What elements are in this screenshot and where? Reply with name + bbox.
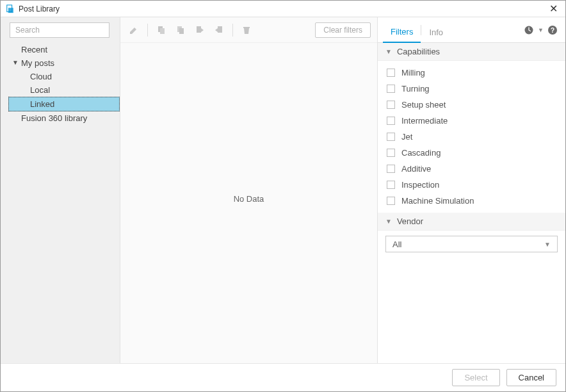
clear-filters-button[interactable]: Clear filters bbox=[315, 22, 371, 38]
svg-rect-5 bbox=[179, 28, 184, 34]
toolbar: Clear filters bbox=[120, 17, 377, 43]
capability-label: Inspection bbox=[401, 180, 439, 190]
vendor-title: Vendor bbox=[397, 216, 423, 226]
capability-label: Additive bbox=[401, 164, 431, 174]
tab-filters[interactable]: Filters bbox=[383, 20, 421, 43]
copy-icon[interactable] bbox=[154, 23, 168, 37]
no-data-message: No Data bbox=[120, 43, 377, 363]
checkbox[interactable] bbox=[387, 197, 395, 205]
cancel-button[interactable]: Cancel bbox=[506, 369, 556, 386]
capability-row-setup-sheet[interactable]: Setup sheet bbox=[378, 97, 565, 113]
tree-item-label: Cloud bbox=[30, 72, 52, 81]
vendor-selected: All bbox=[392, 240, 401, 249]
tree-item-my-posts[interactable]: ▼My posts bbox=[1, 56, 120, 70]
svg-text:?: ? bbox=[551, 27, 554, 34]
capability-row-cascading[interactable]: Cascading bbox=[378, 145, 565, 161]
capability-row-milling[interactable]: Milling bbox=[378, 65, 565, 81]
tree-item-label: Local bbox=[30, 85, 50, 95]
checkbox[interactable] bbox=[387, 149, 395, 157]
collapse-icon: ▼ bbox=[385, 218, 392, 225]
collapse-icon: ▼ bbox=[385, 48, 392, 55]
select-button[interactable]: Select bbox=[452, 369, 499, 386]
tree-item-fusion-360-library[interactable]: Fusion 360 library bbox=[1, 111, 120, 125]
help-icon[interactable]: ? bbox=[547, 25, 558, 35]
checkbox[interactable] bbox=[387, 69, 395, 77]
capability-label: Jet bbox=[401, 132, 412, 142]
checkbox[interactable] bbox=[387, 133, 395, 141]
capability-label: Milling bbox=[401, 68, 425, 78]
tree-item-recent[interactable]: Recent bbox=[1, 43, 120, 56]
edit-icon[interactable] bbox=[127, 23, 141, 37]
tree-item-linked[interactable]: Linked bbox=[8, 97, 120, 111]
delete-icon[interactable] bbox=[239, 23, 254, 37]
tree-item-label: Recent bbox=[21, 45, 47, 54]
capability-label: Intermediate bbox=[401, 116, 448, 126]
tree-item-label: Fusion 360 library bbox=[21, 113, 87, 123]
svg-rect-3 bbox=[160, 28, 165, 34]
clock-icon[interactable] bbox=[524, 25, 534, 35]
vendor-section-header[interactable]: ▼ Vendor bbox=[378, 213, 565, 231]
toolbar-separator bbox=[232, 24, 233, 37]
capability-label: Machine Simulation bbox=[401, 196, 474, 206]
search-input[interactable] bbox=[10, 22, 109, 38]
capability-row-intermediate[interactable]: Intermediate bbox=[378, 113, 565, 129]
checkbox[interactable] bbox=[387, 117, 395, 125]
capability-row-additive[interactable]: Additive bbox=[378, 161, 565, 177]
main-panel: Clear filters No Data bbox=[120, 17, 377, 363]
vendor-select[interactable]: All ▼ bbox=[385, 236, 558, 252]
tab-info[interactable]: Info bbox=[421, 21, 451, 42]
tree-item-cloud[interactable]: Cloud bbox=[1, 70, 120, 83]
dropdown-icon[interactable]: ▼ bbox=[538, 27, 544, 33]
capability-row-machine-simulation[interactable]: Machine Simulation bbox=[378, 193, 565, 209]
export-icon[interactable] bbox=[212, 23, 226, 37]
tree: Recent▼My postsCloudLocalLinkedFusion 36… bbox=[1, 43, 120, 125]
titlebar: Post Library ✕ bbox=[1, 1, 565, 17]
tree-item-label: My posts bbox=[21, 58, 54, 68]
capability-row-inspection[interactable]: Inspection bbox=[378, 177, 565, 193]
capabilities-section-header[interactable]: ▼ Capabilities bbox=[378, 43, 565, 61]
capability-label: Setup sheet bbox=[401, 100, 446, 110]
footer: Select Cancel bbox=[1, 363, 565, 391]
checkbox[interactable] bbox=[387, 181, 395, 189]
right-panel: FiltersInfo ▼ ? ▼ Capabilities MillingTu… bbox=[377, 17, 565, 363]
close-button[interactable]: ✕ bbox=[547, 3, 560, 15]
capability-row-jet[interactable]: Jet bbox=[378, 129, 565, 145]
checkbox[interactable] bbox=[387, 85, 395, 93]
capabilities-title: Capabilities bbox=[397, 47, 440, 56]
capability-label: Turning bbox=[401, 84, 430, 94]
right-panel-header: FiltersInfo ▼ ? bbox=[378, 17, 565, 43]
capability-label: Cascading bbox=[401, 148, 441, 158]
expand-icon[interactable]: ▼ bbox=[12, 59, 19, 66]
paste-icon[interactable] bbox=[174, 23, 188, 37]
window-title: Post Library bbox=[19, 4, 547, 13]
import-icon[interactable] bbox=[193, 23, 207, 37]
capability-row-turning[interactable]: Turning bbox=[378, 81, 565, 97]
chevron-down-icon: ▼ bbox=[544, 241, 551, 248]
left-panel: Recent▼My postsCloudLocalLinkedFusion 36… bbox=[1, 17, 120, 363]
tree-item-local[interactable]: Local bbox=[1, 83, 120, 97]
checkbox[interactable] bbox=[387, 165, 395, 173]
tree-item-label: Linked bbox=[30, 99, 54, 109]
checkbox[interactable] bbox=[387, 101, 395, 109]
toolbar-separator bbox=[147, 24, 148, 37]
app-icon bbox=[6, 4, 15, 13]
svg-rect-1 bbox=[8, 8, 13, 13]
